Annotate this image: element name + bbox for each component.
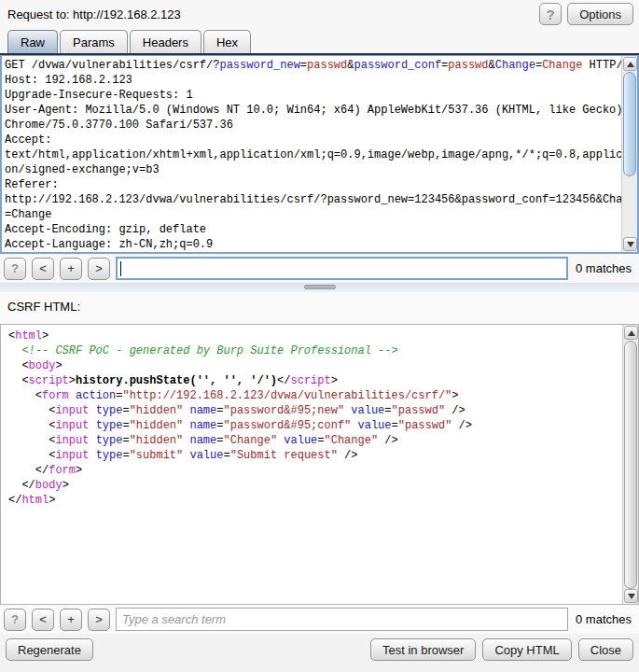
message-editor-tabs: Raw Params Headers Hex (0, 28, 639, 55)
tab-params[interactable]: Params (60, 30, 128, 53)
tab-hex[interactable]: Hex (203, 30, 251, 53)
code-line: <body> (8, 358, 619, 373)
code-line: User-Agent: Mozilla/5.0 (Windows NT 10.0… (5, 103, 618, 118)
code-line: </form> (8, 463, 619, 478)
csrf-html-section: CSRF HTML: (0, 292, 639, 320)
code-line: Accept-Language: zh-CN,zh;q=0.9 (5, 237, 618, 252)
code-line: =Change (5, 207, 618, 222)
text-cursor (120, 261, 121, 276)
code-line: on/signed-exchange;v=b3 (5, 162, 618, 177)
code-line: Accept: (5, 133, 618, 147)
scroll-up-icon[interactable] (624, 326, 638, 340)
csrf-html-label: CSRF HTML: (7, 300, 80, 314)
request-scrollbar-thumb[interactable] (623, 72, 636, 176)
close-button[interactable]: Close (578, 638, 633, 661)
csrf-editor-wrap: <html> <!-- CSRF PoC - generated by Burp… (0, 320, 639, 605)
help-button[interactable]: ? (539, 3, 562, 25)
scroll-up-icon[interactable] (623, 57, 637, 71)
code-line: Chrome/75.0.3770.100 Safari/537.36 (5, 118, 618, 133)
code-line: Host: 192.168.2.123 (5, 73, 618, 88)
search-help-button[interactable]: ? (4, 258, 26, 280)
request-raw-text[interactable]: GET /dvwa/vulnerabilities/csrf/?password… (2, 56, 637, 254)
search-help-button[interactable]: ? (4, 609, 26, 631)
search-prev-button[interactable]: < (32, 258, 54, 280)
code-line: <!-- CSRF PoC - generated by Burp Suite … (8, 343, 619, 358)
code-line: Upgrade-Insecure-Requests: 1 (5, 88, 618, 103)
search-next-button[interactable]: > (88, 258, 110, 280)
tab-raw[interactable]: Raw (7, 30, 58, 53)
search-input-wrap (116, 608, 568, 631)
csrf-search-matches: 0 matches (574, 612, 635, 626)
pane-splitter[interactable] (0, 283, 639, 292)
code-line: <input type="hidden" name="password&#95;… (8, 403, 619, 418)
request-to-label: Request to: http://192.168.2.123 (7, 7, 181, 21)
search-options-button[interactable]: + (60, 609, 82, 631)
csrf-poc-dialog: Request to: http://192.168.2.123 ? Optio… (0, 0, 639, 672)
code-line: Referer: (5, 177, 618, 192)
scroll-down-icon[interactable] (623, 237, 637, 251)
code-line: text/html,application/xhtml+xml,applicat… (5, 147, 618, 162)
request-search-input[interactable] (116, 257, 568, 280)
search-next-button[interactable]: > (88, 609, 110, 631)
csrf-scrollbar-thumb[interactable] (624, 341, 637, 589)
code-line: <html> (8, 329, 619, 343)
code-line: <script>history.pushState('', '', '/')</… (8, 373, 619, 388)
splitter-grip-icon[interactable] (304, 285, 336, 289)
copy-html-button[interactable]: Copy HTML (482, 638, 571, 661)
request-editor[interactable]: GET /dvwa/vulnerabilities/csrf/?password… (0, 55, 639, 254)
csrf-search-bar: ? < + > 0 matches (0, 605, 639, 634)
csrf-search-input[interactable] (116, 608, 568, 631)
test-in-browser-button[interactable]: Test in browser (370, 638, 476, 661)
search-prev-button[interactable]: < (32, 609, 54, 631)
code-line: <input type="hidden" name="password&#95;… (8, 418, 619, 433)
code-line: Accept-Encoding: gzip, deflate (5, 222, 618, 237)
header: Request to: http://192.168.2.123 ? Optio… (0, 0, 639, 28)
search-options-button[interactable]: + (60, 258, 82, 280)
csrf-html-editor[interactable]: <html> <!-- CSRF PoC - generated by Burp… (0, 324, 639, 605)
code-line: <input type="submit" value="Submit reque… (8, 448, 619, 463)
options-button[interactable]: Options (567, 3, 633, 25)
search-input-wrap (116, 257, 568, 280)
code-line: <form action="http://192.168.2.123/dvwa/… (8, 388, 619, 403)
code-line: </html> (8, 493, 619, 508)
request-scrollbar[interactable] (621, 56, 637, 252)
code-line: <input type="hidden" name="Change" value… (8, 433, 619, 448)
scroll-down-icon[interactable] (624, 589, 638, 603)
regenerate-button[interactable]: Regenerate (6, 638, 93, 661)
csrf-scrollbar[interactable] (622, 325, 638, 604)
footer: Regenerate Test in browser Copy HTML Clo… (0, 635, 639, 672)
tab-headers[interactable]: Headers (130, 30, 201, 53)
code-line: GET /dvwa/vulnerabilities/csrf/?password… (5, 58, 618, 73)
code-line: http://192.168.2.123/dvwa/vulnerabilitie… (5, 192, 618, 207)
csrf-html-text[interactable]: <html> <!-- CSRF PoC - generated by Burp… (1, 325, 638, 510)
code-line: </body> (8, 478, 619, 493)
request-search-matches: 0 matches (574, 261, 635, 275)
request-search-bar: ? < + > 0 matches (0, 254, 639, 283)
